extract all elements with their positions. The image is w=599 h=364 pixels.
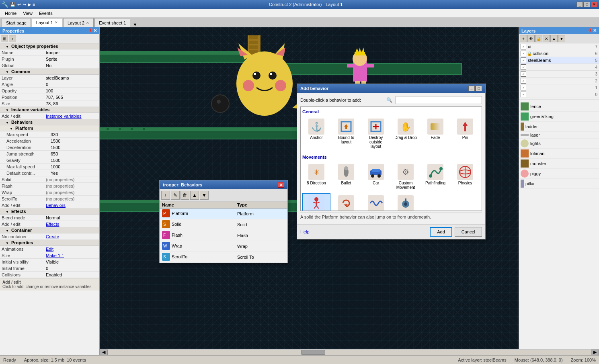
table-row[interactable]: P Platform Platform — [160, 209, 287, 219]
layer-lock-btn[interactable]: 🔒 — [535, 35, 542, 42]
list-item-pillar[interactable]: pillar — [519, 179, 599, 189]
help-link[interactable]: Help — [300, 229, 310, 234]
window-redo[interactable]: ↪ — [23, 2, 26, 7]
section-header-instance-vars[interactable]: Instance variables — [0, 107, 99, 113]
behavior-bound-to-layout[interactable]: Bound to layout — [332, 117, 360, 151]
layer-row-collision[interactable]: ✓ 🔒 collision 6 — [519, 50, 599, 57]
layer-row-1[interactable]: ✓ 1 — [519, 84, 599, 91]
behavior-anchor[interactable]: ⚓ Anchor — [302, 117, 330, 151]
add-behavior-dialog[interactable]: Add behavior _ □ Double-click a behavior… — [297, 84, 486, 239]
list-item-laser[interactable]: laser — [519, 132, 599, 139]
scroll-thumb-h[interactable] — [301, 350, 325, 355]
tab-eventsheet1[interactable]: Event sheet 1 — [94, 18, 130, 27]
behavior-8-direction[interactable]: ✳ 8 Direction — [302, 162, 330, 192]
table-row[interactable]: S ScrollTo Scroll To — [160, 252, 287, 263]
section-header-object-type[interactable]: Object type properties — [0, 43, 99, 49]
props-sort-btn[interactable]: ⊞ — [1, 35, 8, 42]
tab-layout1-close[interactable]: ✕ — [55, 20, 58, 25]
layer-down-btn[interactable]: ▼ — [558, 35, 565, 42]
properties-close-icon[interactable]: ✕ — [93, 28, 97, 33]
section-header-common[interactable]: Common — [0, 69, 99, 75]
behavior-fade[interactable]: Fade — [421, 117, 449, 151]
layer-row-steelbeams[interactable]: ✓ steelBeams 5 — [519, 57, 599, 64]
behavior-pin[interactable]: Pin — [451, 117, 479, 151]
layer-steelbeams-visible[interactable]: ✓ — [521, 57, 526, 63]
add-behavior-cancel-button[interactable]: Cancel — [455, 227, 482, 237]
list-item-monster[interactable]: monster — [519, 159, 599, 169]
layer-collision-visible[interactable]: ✓ — [521, 51, 526, 56]
list-item-piggy[interactable]: piggy — [519, 169, 599, 179]
layer-row-4[interactable]: ✓ 4 — [519, 64, 599, 71]
props-sort2-btn[interactable]: ↕ — [9, 35, 16, 42]
behavior-turret[interactable]: Turret — [392, 193, 420, 211]
layer-toggle-visible-btn[interactable]: 👁 — [527, 35, 535, 42]
behavior-platform[interactable]: Platform — [302, 193, 330, 211]
list-item-fence[interactable]: fence — [519, 102, 599, 112]
behaviors-dialog[interactable]: trooper: Behaviors ✕ + ✎ 🗑 ▲ ▼ Name — [159, 180, 288, 263]
menu-view[interactable]: View — [20, 10, 36, 16]
minimize-button[interactable]: _ — [576, 2, 583, 7]
section-header-effects[interactable]: Effects — [0, 209, 99, 215]
behavior-destroy-outside[interactable]: Destroy outside layout — [362, 117, 390, 151]
maximize-button[interactable]: □ — [584, 2, 590, 7]
scroll-right-btn[interactable]: ▶ — [591, 350, 599, 355]
game-canvas[interactable]: trooper: Behaviors ✕ + ✎ 🗑 ▲ ▼ Name — [100, 27, 519, 349]
layer-add-btn[interactable]: + — [520, 35, 527, 42]
layer-up-btn[interactable]: ▲ — [550, 35, 558, 42]
behavior-custom-movement[interactable]: ⚙ Custom Movement — [392, 162, 420, 192]
canvas-scrollbar-horizontal[interactable]: ◀ ▶ — [100, 349, 599, 355]
layer-row-ui[interactable]: ✓ ui 7 — [519, 43, 599, 50]
scroll-track-h[interactable] — [108, 350, 591, 355]
tab-start-page[interactable]: Start page — [2, 18, 31, 27]
layer-0-visible[interactable]: ✓ — [521, 92, 526, 97]
table-row[interactable]: F Flash Flash — [160, 230, 287, 241]
scroll-left-btn[interactable]: ◀ — [100, 350, 108, 355]
behaviors-add-btn[interactable]: + — [161, 191, 170, 200]
menu-events[interactable]: Events — [36, 10, 56, 16]
menu-home[interactable]: Home — [2, 10, 20, 16]
add-behavior-maximize[interactable]: □ — [476, 86, 482, 91]
add-behavior-add-button[interactable]: Add — [430, 227, 452, 237]
layer-row-2[interactable]: ✓ 2 — [519, 78, 599, 84]
tab-dropdown[interactable]: ▼ — [133, 22, 137, 27]
layers-close-icon[interactable]: ✕ — [593, 28, 597, 33]
layer-row-0[interactable]: ✓ 0 — [519, 91, 599, 98]
behavior-search-input[interactable] — [396, 96, 482, 104]
window-run[interactable]: ▶ — [28, 2, 31, 7]
layer-4-visible[interactable]: ✓ — [521, 64, 526, 70]
behavior-pathfinding[interactable]: Pathfinding — [421, 162, 449, 192]
table-row[interactable]: W Wrap Wrap — [160, 241, 287, 252]
behaviors-edit-btn[interactable]: ✎ — [171, 191, 180, 200]
tab-layout2[interactable]: Layout 2 ✕ — [63, 18, 94, 27]
layers-pin-icon[interactable]: 📌 — [587, 28, 592, 33]
behavior-bullet[interactable]: Bullet — [332, 162, 360, 192]
layer-2-visible[interactable]: ✓ — [521, 78, 526, 84]
behavior-car[interactable]: Car — [362, 162, 390, 192]
behavior-rotate[interactable]: Rotate — [332, 193, 360, 211]
behavior-drag-drop[interactable]: ✋ Drag & Drop — [392, 117, 420, 151]
table-row[interactable]: S Solid Solid — [160, 219, 287, 230]
layer-ui-visible[interactable]: ✓ — [521, 44, 526, 49]
behaviors-down-btn[interactable]: ▼ — [200, 191, 209, 200]
section-header-platform[interactable]: Platform — [0, 125, 99, 131]
behavior-sine[interactable]: Sine — [362, 193, 390, 211]
behaviors-up-btn[interactable]: ▲ — [190, 191, 199, 200]
tab-layout2-close[interactable]: ✕ — [86, 21, 89, 25]
behavior-physics[interactable]: Physics — [451, 162, 479, 192]
list-item-greenviking[interactable]: greenViking — [519, 112, 599, 122]
close-button[interactable]: ✕ — [591, 2, 597, 7]
add-behavior-minimize[interactable]: _ — [468, 86, 475, 91]
section-header-container[interactable]: Container — [0, 227, 99, 233]
window-icon-save[interactable]: 💾 — [10, 2, 16, 7]
properties-pin-icon[interactable]: 📌 — [88, 28, 92, 33]
list-item-lofiman[interactable]: lofiman — [519, 149, 599, 159]
tab-layout1[interactable]: Layout 1 ✕ — [32, 18, 62, 27]
layer-1-visible[interactable]: ✓ — [521, 85, 526, 90]
list-item-ladder[interactable]: ladder — [519, 122, 599, 132]
list-item-lights[interactable]: lights — [519, 139, 599, 149]
layer-row-3[interactable]: ✓ 3 — [519, 71, 599, 78]
layer-delete-btn[interactable]: ✕ — [543, 35, 550, 42]
window-undo[interactable]: ↩ — [17, 2, 21, 7]
section-header-properties2[interactable]: Properties — [0, 240, 99, 246]
layer-3-visible[interactable]: ✓ — [521, 71, 526, 77]
